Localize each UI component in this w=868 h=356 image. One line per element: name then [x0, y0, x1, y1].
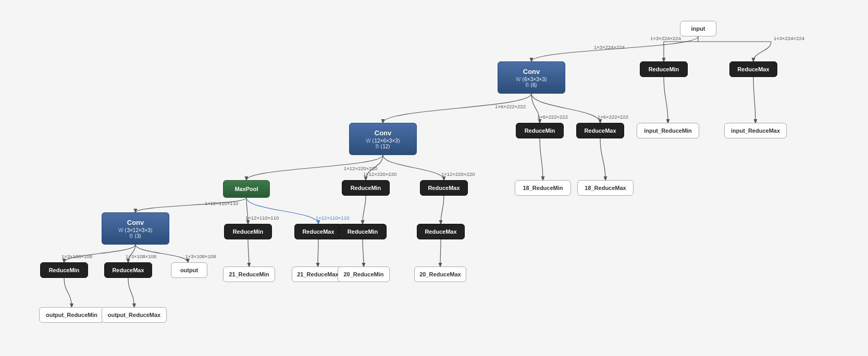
svg-text:1×3×108×108: 1×3×108×108 — [126, 253, 156, 259]
output-node-reducemax_21[interactable]: 21_ReduceMax — [292, 266, 344, 282]
reduce-node-reducemin_mp1[interactable]: ReduceMin — [224, 224, 272, 239]
conv-title: Conv — [127, 219, 144, 226]
conv-node-conv1[interactable]: Conv W ⟨6×3×3×3⟩ B ⟨6⟩ — [498, 61, 565, 94]
output-node-reducemin_18[interactable]: 18_ReduceMin — [515, 180, 571, 196]
conv-title: Conv — [523, 68, 540, 75]
output-node-reducemax_18[interactable]: 18_ReduceMax — [577, 180, 634, 196]
svg-text:1×12×220×220: 1×12×220×220 — [344, 166, 377, 171]
output-label: 21_ReduceMax — [297, 271, 339, 277]
output-node-reducemin_21[interactable]: 21_ReduceMin — [223, 266, 275, 282]
svg-text:1×3×108×108: 1×3×108×108 — [185, 253, 216, 259]
conv-node-conv2[interactable]: Conv W ⟨12×6×3×3⟩ B ⟨12⟩ — [349, 123, 417, 155]
output-label: 21_ReduceMin — [229, 271, 269, 277]
svg-text:1×3×224×224: 1×3×224×224 — [594, 44, 625, 50]
conv-param2: B ⟨12⟩ — [376, 144, 391, 149]
reduce-node-reducemin_l3_1[interactable]: ReduceMin — [342, 180, 390, 196]
output-label: 18_ReduceMax — [585, 185, 626, 191]
reduce-node-reducemin_l4_left[interactable]: ReduceMin — [40, 262, 88, 278]
output-label: 20_ReduceMin — [343, 271, 383, 277]
svg-text:1×3×224×224: 1×3×224×224 — [650, 35, 681, 41]
svg-text:1×12×220×220: 1×12×220×220 — [363, 171, 396, 177]
output-label: 20_ReduceMax — [419, 271, 461, 277]
reduce-label: ReduceMin — [351, 185, 381, 191]
output-label: input_ReduceMax — [731, 128, 780, 134]
reduce-node-reducemax_l3_1[interactable]: ReduceMax — [420, 180, 468, 196]
output-node-reducemax_20_out[interactable]: 20_ReduceMax — [414, 266, 466, 282]
svg-text:1×12×110×110: 1×12×110×110 — [205, 200, 238, 206]
output-node-reducemin_20_out[interactable]: 20_ReduceMin — [338, 266, 390, 282]
output-node-reducemin_inp[interactable]: input_ReduceMin — [637, 123, 699, 138]
output-label: 18_ReduceMin — [523, 185, 563, 191]
reduce-node-reducemax_global1[interactable]: ReduceMax — [729, 61, 777, 77]
reduce-label: ReduceMin — [348, 228, 378, 235]
conv-param1: W ⟨12×6×3×3⟩ — [366, 138, 400, 144]
reduce-node-reducemax_l2_1[interactable]: ReduceMax — [576, 123, 624, 138]
conv-node-conv3[interactable]: Conv W ⟨3×12×3×3⟩ B ⟨3⟩ — [102, 212, 169, 245]
reduce-node-reducemax_mp1[interactable]: ReduceMax — [294, 224, 342, 239]
input-label: input — [691, 26, 705, 32]
output-node-output_node[interactable]: output — [171, 262, 207, 278]
reduce-label: ReduceMin — [649, 66, 679, 72]
conv-param2: B ⟨3⟩ — [129, 233, 141, 239]
conv-param2: B ⟨6⟩ — [525, 82, 537, 88]
reduce-label: ReduceMax — [112, 267, 144, 273]
output-label: output — [180, 267, 198, 273]
reduce-node-reducemin_20[interactable]: ReduceMin — [339, 224, 387, 239]
output-label: output_ReduceMin — [46, 312, 97, 318]
input-node[interactable]: input — [680, 21, 716, 36]
reduce-node-reducemin_global1[interactable]: ReduceMin — [640, 61, 688, 77]
svg-text:1×6×222×222: 1×6×222×222 — [537, 114, 568, 120]
output-node-reducemax_inp[interactable]: input_ReduceMax — [724, 123, 787, 138]
reduce-label: ReduceMax — [425, 228, 456, 235]
reduce-node-reducemin_l2_1[interactable]: ReduceMin — [516, 123, 564, 138]
reduce-label: ReduceMax — [737, 66, 769, 72]
conv-title: Conv — [375, 129, 392, 137]
reduce-label: ReduceMax — [428, 185, 460, 191]
reduce-node-reducemax_20[interactable]: ReduceMax — [417, 224, 465, 239]
reduce-label: ReduceMin — [49, 267, 80, 273]
svg-text:1×3×224×224: 1×3×224×224 — [774, 35, 804, 41]
svg-text:1×6×222×222: 1×6×222×222 — [598, 114, 628, 120]
connections-svg: 1×3×224×2241×3×224×2241×3×224×2241×6×222… — [0, 0, 868, 356]
reduce-label: ReduceMin — [233, 228, 264, 235]
reduce-label: ReduceMin — [525, 128, 555, 134]
svg-text:1×12×110×110: 1×12×110×110 — [316, 215, 349, 221]
reduce-node-reducemax_l4_left[interactable]: ReduceMax — [104, 262, 152, 278]
svg-text:1×6×222×222: 1×6×222×222 — [495, 104, 526, 109]
svg-text:1×3×108×108: 1×3×108×108 — [61, 253, 92, 259]
output-node-output_reducemax[interactable]: output_ReduceMax — [102, 307, 167, 323]
svg-text:1×12×220×220: 1×12×220×220 — [441, 171, 475, 177]
conv-param1: W ⟨3×12×3×3⟩ — [118, 227, 153, 233]
reduce-label: ReduceMax — [302, 228, 334, 235]
output-node-output_reducemin[interactable]: output_ReduceMin — [39, 307, 104, 323]
conv-param1: W ⟨6×3×3×3⟩ — [516, 77, 547, 82]
neural-network-diagram: 1×3×224×2241×3×224×2241×3×224×2241×6×222… — [0, 0, 868, 356]
reduce-label: ReduceMax — [584, 128, 616, 134]
maxpool-node[interactable]: MaxPool — [223, 180, 270, 198]
output-label: input_ReduceMin — [644, 128, 692, 134]
maxpool-label: MaxPool — [234, 186, 258, 192]
output-label: output_ReduceMax — [108, 312, 160, 318]
svg-text:1×12×110×110: 1×12×110×110 — [245, 215, 279, 221]
